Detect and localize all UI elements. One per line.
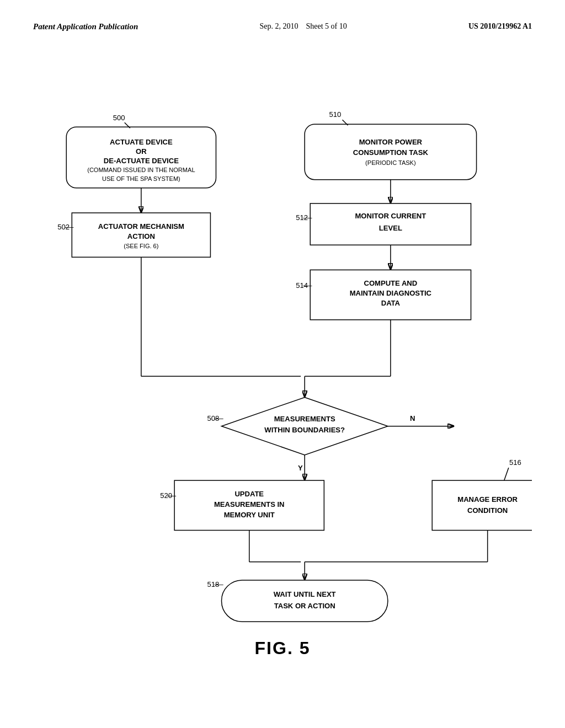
svg-text:510: 510 <box>329 110 342 119</box>
header-date-sheet: Sep. 2, 2010 Sheet 5 of 10 <box>259 22 347 31</box>
svg-text:USE OF THE SPA SYSTEM): USE OF THE SPA SYSTEM) <box>102 175 180 182</box>
svg-rect-57 <box>432 480 532 530</box>
svg-text:(PERIODIC TASK): (PERIODIC TASK) <box>365 159 416 166</box>
svg-text:OR: OR <box>136 147 147 156</box>
svg-text:MANAGE ERROR: MANAGE ERROR <box>457 495 518 504</box>
svg-text:MAINTAIN DIAGNOSTIC: MAINTAIN DIAGNOSTIC <box>350 289 432 297</box>
flowchart-svg: .node-text { font-family: Arial, Helveti… <box>33 53 532 633</box>
svg-text:UPDATE: UPDATE <box>234 490 264 498</box>
svg-text:500: 500 <box>113 114 125 122</box>
svg-text:MONITOR CURRENT: MONITOR CURRENT <box>355 212 426 220</box>
svg-text:DATA: DATA <box>381 299 401 307</box>
svg-text:MEASUREMENTS: MEASUREMENTS <box>274 415 335 423</box>
svg-text:—: — <box>214 579 223 588</box>
svg-text:WAIT UNTIL NEXT: WAIT UNTIL NEXT <box>274 590 336 598</box>
svg-text:COMPUTE AND: COMPUTE AND <box>364 279 418 287</box>
svg-text:ACTUATOR MECHANISM: ACTUATOR MECHANISM <box>98 222 184 231</box>
svg-text:ACTUATE DEVICE: ACTUATE DEVICE <box>110 138 173 146</box>
svg-text:—: — <box>214 413 223 422</box>
svg-text:WITHIN BOUNDARIES?: WITHIN BOUNDARIES? <box>264 426 345 434</box>
svg-text:—: — <box>302 212 312 222</box>
svg-text:MEMORY UNIT: MEMORY UNIT <box>224 511 275 519</box>
svg-text:—: — <box>64 222 74 231</box>
figure-label: FIG. 5 <box>33 638 532 659</box>
svg-text:MONITOR POWER: MONITOR POWER <box>359 138 423 146</box>
svg-text:ACTION: ACTION <box>127 232 155 240</box>
page: Patent Application Publication Sep. 2, 2… <box>0 0 565 728</box>
svg-text:LEVEL: LEVEL <box>379 224 402 232</box>
svg-text:(COMMAND ISSUED IN THE NORMAL: (COMMAND ISSUED IN THE NORMAL <box>87 167 195 173</box>
svg-text:Y: Y <box>298 464 303 472</box>
svg-text:—: — <box>167 490 177 500</box>
header-patent-number: US 2010/219962 A1 <box>468 22 532 31</box>
flowchart-diagram: .node-text { font-family: Arial, Helveti… <box>33 53 532 633</box>
svg-text:N: N <box>410 414 415 422</box>
svg-text:(SEE FIG. 6): (SEE FIG. 6) <box>124 243 158 249</box>
svg-text:516: 516 <box>509 458 521 467</box>
header-publication: Patent Application Publication <box>33 22 138 31</box>
header: Patent Application Publication Sep. 2, 2… <box>33 22 532 31</box>
svg-text:MEASUREMENTS IN: MEASUREMENTS IN <box>214 500 285 508</box>
svg-line-56 <box>504 468 509 480</box>
svg-text:TASK OR ACTION: TASK OR ACTION <box>274 602 335 610</box>
svg-text:CONDITION: CONDITION <box>467 506 508 515</box>
svg-text:DE-ACTUATE DEVICE: DE-ACTUATE DEVICE <box>104 157 179 165</box>
svg-text:CONSUMPTION TASK: CONSUMPTION TASK <box>353 148 429 157</box>
svg-text:—: — <box>302 280 312 290</box>
